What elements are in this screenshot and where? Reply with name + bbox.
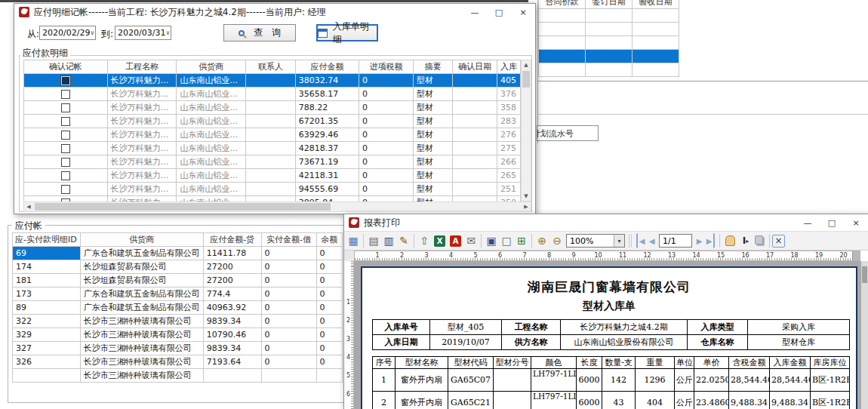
cell[interactable] [586, 50, 633, 63]
cell[interactable] [539, 36, 586, 50]
cell[interactable]: 89 [13, 301, 81, 315]
vertical-scrollbar[interactable]: ▲ ▼ [521, 60, 531, 201]
cell[interactable]: 型材_405 [430, 320, 502, 335]
cell[interactable] [24, 196, 108, 202]
cell[interactable] [24, 142, 108, 155]
window2-titlebar[interactable]: 报表打印 — □ × [344, 214, 868, 231]
report-detail-row[interactable]: 1窗外开内扇GA65C07LH797-1LL60001421296公斤22.02… [373, 369, 850, 392]
cell[interactable]: 329 [13, 328, 81, 342]
cell[interactable]: 0 [316, 247, 342, 260]
cell[interactable]: 11411.78 [203, 247, 261, 260]
cell[interactable]: 322 [13, 315, 81, 328]
cell[interactable] [13, 369, 81, 383]
cell[interactable]: 27200 [203, 274, 261, 288]
cell[interactable] [453, 155, 497, 169]
cell[interactable]: 山东南山铝业... [177, 101, 246, 115]
cell[interactable]: 0 [316, 301, 342, 315]
cell[interactable] [24, 169, 108, 183]
cell[interactable]: 0 [261, 355, 316, 369]
cell[interactable]: 9839.34 [203, 342, 261, 355]
cell[interactable]: 358 [497, 101, 520, 115]
cell[interactable] [539, 9, 586, 23]
cell[interactable]: 长沙万科魅力... [107, 183, 177, 196]
cell[interactable]: 窗外开内扇 [396, 392, 448, 409]
export-excel-icon[interactable]: X [434, 235, 445, 247]
export-pdf-icon[interactable]: A [450, 235, 461, 247]
cell[interactable]: 67201.35 [295, 115, 359, 128]
confirm-checkbox[interactable] [61, 76, 70, 85]
confirm-checkbox[interactable] [61, 185, 70, 194]
cell[interactable]: 376 [497, 88, 520, 101]
zoom-out-icon[interactable]: ⊖ [549, 233, 565, 248]
cell[interactable]: 长沙坦森贸易有限公司 [80, 274, 203, 288]
cell[interactable]: GA65C07 [448, 369, 494, 392]
cell[interactable] [453, 88, 497, 101]
cell[interactable]: 山东南山铝业... [177, 169, 246, 183]
detail-row[interactable]: 长沙万科魅力...山东南山铝业...38032.740型材405 [24, 74, 521, 88]
col-amount[interactable]: 应付金额 [295, 60, 359, 74]
cell[interactable]: 9839.34 [203, 315, 261, 328]
detail-row[interactable]: 长沙万科魅力...山东南山铝业...94555.690型材251 [24, 183, 521, 196]
cell[interactable]: 0 [359, 88, 414, 101]
cell[interactable]: 长沙市三湘特种玻璃有限公司 [80, 315, 203, 328]
cell[interactable]: 长沙万科魅力... [107, 115, 177, 128]
confirm-checkbox[interactable] [61, 171, 70, 180]
cell[interactable] [246, 88, 295, 101]
cell[interactable]: B区-1R2F [811, 369, 850, 392]
cell[interactable] [633, 50, 679, 63]
col-inbound[interactable]: 入库 [497, 60, 520, 74]
page-setup-icon[interactable]: ▥ [381, 233, 396, 248]
cell[interactable]: 0 [359, 74, 414, 88]
cell[interactable]: 山东南山铝业... [177, 142, 246, 155]
cell[interactable]: 22.0250 [694, 369, 729, 392]
cell[interactable]: 0 [316, 274, 342, 288]
cell[interactable]: 0 [359, 183, 414, 196]
cell[interactable] [24, 183, 108, 196]
detail-row[interactable]: 长沙万科魅力...山东南山铝业...788.220型材358 [24, 101, 521, 115]
cell[interactable]: 入库日期 [373, 335, 430, 350]
cell[interactable]: 0 [359, 169, 414, 183]
cell[interactable]: 0 [261, 315, 316, 328]
cell[interactable]: 63929.46 [295, 128, 359, 142]
last-page-icon[interactable]: ▶ [705, 233, 715, 248]
cell[interactable] [246, 183, 295, 196]
zoom-in-icon[interactable]: ⊕ [534, 233, 549, 248]
cell[interactable]: 山东南山铝业... [177, 196, 246, 202]
payable-row[interactable]: 69广东合和建筑五金制品有限公司11411.7800 [13, 247, 343, 260]
contract-row[interactable] [539, 36, 679, 50]
zoom-select[interactable]: 100%▾ [566, 234, 625, 248]
cell[interactable] [586, 36, 633, 50]
cell[interactable]: 405 [497, 74, 520, 88]
confirm-checkbox[interactable] [61, 90, 70, 99]
cell[interactable]: 276 [497, 128, 520, 142]
cell[interactable] [24, 128, 108, 142]
cell[interactable]: 173 [13, 288, 81, 301]
detail-row[interactable]: 长沙万科魅力...山东南山铝业...35658.170型材376 [24, 88, 521, 101]
cell[interactable]: 型材 [413, 128, 452, 142]
minimize-icon[interactable]: — [796, 214, 820, 231]
cell[interactable]: 774.4 [203, 288, 261, 301]
col-contract-price[interactable]: 合同价款 [539, 0, 586, 9]
cell[interactable]: 0 [316, 342, 342, 355]
print-icon[interactable]: ▤ [366, 233, 381, 248]
cell[interactable] [539, 63, 586, 77]
cell[interactable] [494, 392, 531, 409]
cell[interactable]: 1 [373, 369, 396, 392]
inbound-detail-button[interactable]: 入库单明细 [316, 24, 378, 42]
col-supplier[interactable]: 供货商 [80, 233, 203, 247]
cell[interactable]: 型材 [413, 155, 452, 169]
cell[interactable]: 长沙万科魅力... [107, 169, 177, 183]
confirm-checkbox[interactable] [61, 144, 70, 153]
cell[interactable] [633, 9, 679, 23]
cell[interactable]: 28,544.40 [770, 369, 811, 392]
cell[interactable] [24, 101, 108, 115]
prev-page-icon[interactable]: ◀ [646, 233, 657, 248]
cell[interactable]: 404 [636, 392, 675, 409]
maximize-icon[interactable]: □ [820, 214, 844, 231]
contract-row[interactable] [539, 23, 679, 36]
cell[interactable] [453, 142, 497, 155]
col-tax[interactable]: 进项税额 [359, 60, 414, 74]
to-date-select[interactable]: 2020/03/31 ∨ [115, 26, 171, 40]
col-contact[interactable]: 联系人 [246, 60, 295, 74]
cell[interactable]: 266 [497, 155, 520, 169]
